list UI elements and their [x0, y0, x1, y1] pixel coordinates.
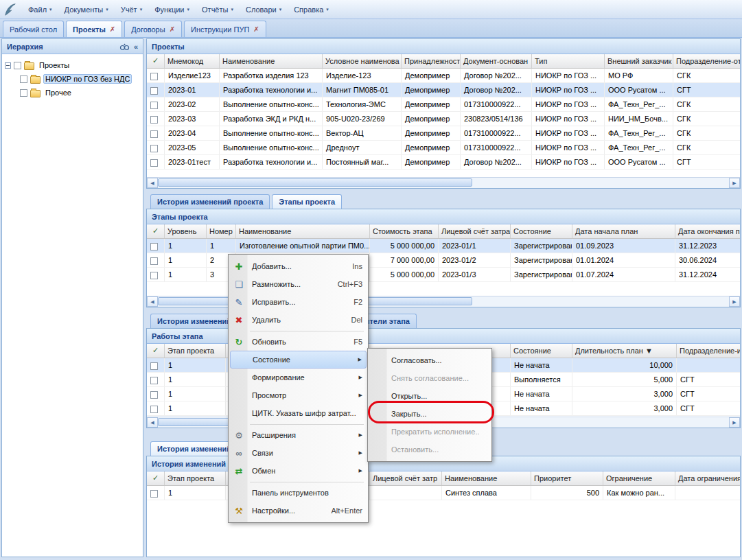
expander-icon[interactable] — [5, 62, 11, 69]
column-header[interactable]: Подразделение-от — [673, 54, 741, 68]
tab-pup-instructions[interactable]: Инструкции ПУП✗ — [184, 21, 266, 37]
menubar-item-functions[interactable]: Функции▾ — [148, 3, 196, 16]
menu-item-delete[interactable]: ✖УдалитьDel — [230, 311, 367, 329]
tab-contracts[interactable]: Договоры✗ — [124, 21, 182, 37]
column-header[interactable]: Состояние — [511, 344, 572, 358]
menubar-item-help[interactable]: Справка▾ — [288, 3, 335, 16]
scroll-right-button[interactable]: ▶ — [729, 178, 740, 188]
menu-item-view[interactable]: Просмотр▶ — [230, 386, 367, 404]
column-header[interactable]: Стоимость этапа — [370, 224, 439, 238]
table-row[interactable]: 2023-05Выполнение опытно-конс...Дредноут… — [147, 141, 740, 155]
column-header[interactable]: Документ-основан — [461, 54, 532, 68]
tab-projects[interactable]: Проекты✗ — [66, 21, 122, 37]
scroll-left-button[interactable]: ◀ — [147, 178, 158, 188]
menu-item-links[interactable]: ∞Связи▶ — [230, 444, 367, 462]
row-checkbox[interactable] — [147, 401, 165, 415]
column-header[interactable]: Наименование — [442, 471, 531, 485]
menu-item-edit[interactable]: ✎Исправить...F2 — [230, 293, 367, 311]
tab-project-history[interactable]: История изменений проекта — [150, 194, 270, 209]
menu-item-add[interactable]: ✚Добавить...Ins — [230, 257, 367, 275]
row-checkbox[interactable] — [147, 126, 165, 140]
menubar-item-dictionaries[interactable]: Словари▾ — [240, 3, 288, 16]
row-checkbox[interactable] — [147, 239, 165, 253]
scroll-right-button[interactable]: ▶ — [729, 417, 740, 428]
menu-item-formation[interactable]: Формирование▶ — [230, 369, 367, 386]
row-checkbox[interactable] — [147, 387, 165, 401]
tree-node-niokr[interactable]: НИОКР по ГОЗ без НДС — [5, 72, 140, 86]
select-all-header[interactable]: ✓ — [147, 344, 165, 358]
scrollbar-track[interactable] — [158, 178, 729, 188]
row-checkbox[interactable] — [147, 141, 165, 154]
row-checkbox[interactable] — [147, 486, 165, 500]
checkbox-icon[interactable] — [14, 62, 21, 69]
tree-node-label[interactable]: Прочее — [43, 88, 73, 97]
menu-item-refresh[interactable]: ↻ОбновитьF5 — [230, 333, 367, 351]
menu-item-duplicate[interactable]: ❏Размножить...Ctrl+F3 — [230, 275, 367, 293]
tree-node-label[interactable]: НИОКР по ГОЗ без НДС — [43, 74, 132, 84]
select-all-header[interactable]: ✓ — [147, 54, 165, 68]
tab-close-icon[interactable]: ✗ — [110, 26, 115, 33]
column-header[interactable]: Лицевой счёт затрат — [439, 224, 511, 238]
column-header[interactable]: Дата ограничения — [675, 471, 741, 485]
column-header[interactable]: Номер — [207, 224, 236, 238]
horizontal-scrollbar[interactable]: ◀ ▶ — [147, 177, 740, 188]
column-header[interactable]: Дата начала план — [572, 224, 675, 238]
column-header[interactable]: Этап проекта — [165, 471, 226, 485]
column-header[interactable]: Лицевой счёт затр — [370, 471, 442, 485]
menu-item-citk[interactable]: ЦИТК. Указать шифр затрат... — [230, 404, 367, 422]
tab-close-icon[interactable]: ✗ — [253, 26, 259, 33]
table-row[interactable]: 11Изготовление опытной партии ПМ0...5 00… — [147, 239, 740, 253]
tree-node-other[interactable]: Прочее — [5, 86, 140, 100]
tree-node-projects[interactable]: Проекты — [5, 58, 140, 72]
select-all-header[interactable]: ✓ — [147, 224, 165, 238]
scroll-left-button[interactable]: ◀ — [147, 417, 158, 428]
checkbox-icon[interactable] — [20, 89, 27, 97]
column-header[interactable]: Дата окончания п — [675, 224, 741, 238]
scrollbar-thumb[interactable] — [158, 178, 472, 187]
table-row[interactable]: 2023-04Выполнение опытно-конс...Вектор-А… — [147, 126, 740, 141]
row-checkbox[interactable] — [147, 373, 165, 386]
row-checkbox[interactable] — [147, 97, 165, 111]
tab-close-icon[interactable]: ✗ — [170, 26, 175, 33]
collapse-panel-icon[interactable]: « — [134, 43, 138, 51]
column-header[interactable]: Условное наименова — [323, 54, 402, 68]
row-checkbox[interactable] — [147, 83, 165, 97]
table-row[interactable]: 2023-03Разработка ЭКД и РКД н...905-U020… — [147, 112, 740, 126]
table-row[interactable]: 2023-01тестРазработка технологии и...Пос… — [147, 155, 740, 170]
row-checkbox[interactable] — [147, 112, 165, 126]
menu-item-settings[interactable]: ⚒Настройки...Alt+Enter — [230, 502, 367, 520]
table-row[interactable]: 2023-02Выполнение опытно-конс...Технолог… — [147, 97, 740, 112]
scroll-right-button[interactable]: ▶ — [729, 296, 740, 307]
column-header[interactable]: Приоритет — [531, 471, 603, 485]
column-header[interactable]: Принадлежность — [402, 54, 461, 68]
menubar-item-accounting[interactable]: Учёт▾ — [115, 3, 148, 16]
column-header[interactable]: Тип — [532, 54, 605, 68]
menu-item-toolbar[interactable]: Панель инструментов — [230, 484, 367, 502]
menu-item-state[interactable]: Состояние▶ — [230, 351, 367, 369]
tab-work-history[interactable]: История изменений — [150, 441, 238, 456]
column-header[interactable]: Состояние — [511, 224, 572, 238]
table-row[interactable]: Изделие123Разработка изделия 123Изделие-… — [147, 69, 740, 83]
column-header[interactable]: Этап проекта — [165, 344, 226, 358]
row-checkbox[interactable] — [147, 155, 165, 169]
row-checkbox[interactable] — [147, 253, 165, 267]
tab-project-stages[interactable]: Этапы проекта — [272, 194, 342, 209]
find-icon[interactable] — [119, 43, 130, 51]
checkbox-icon[interactable] — [20, 75, 27, 83]
tab-desktop[interactable]: Рабочий стол — [3, 21, 64, 37]
column-header[interactable]: Наименование — [236, 224, 370, 238]
tree-node-label[interactable]: Проекты — [37, 60, 71, 70]
column-header[interactable]: Мнемокод — [165, 54, 220, 68]
select-all-header[interactable]: ✓ — [147, 471, 165, 485]
menubar-item-file[interactable]: Файл▾ — [22, 3, 58, 16]
column-header[interactable]: Наименование — [220, 54, 323, 68]
menu-item-extensions[interactable]: ⚙Расширения▶ — [230, 426, 367, 444]
menubar-item-documents[interactable]: Документы▾ — [58, 3, 115, 16]
row-checkbox[interactable] — [147, 69, 165, 82]
column-header[interactable]: Длительность план ▼ — [572, 344, 677, 358]
menu-item-approve[interactable]: Согласовать... — [369, 351, 490, 369]
menubar-item-reports[interactable]: Отчёты▾ — [196, 3, 240, 16]
column-header[interactable]: Уровень — [165, 224, 207, 238]
column-header[interactable]: Внешний заказчик — [605, 54, 673, 68]
menu-item-exchange[interactable]: ⇄Обмен▶ — [230, 462, 367, 480]
